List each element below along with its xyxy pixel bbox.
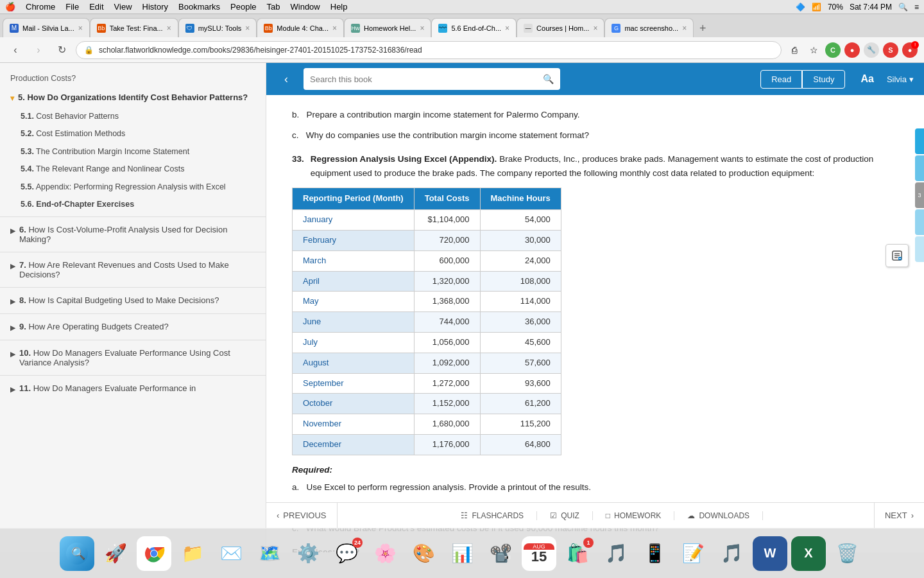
homework-button[interactable]: □ HOMEWORK [593,511,675,520]
back-button[interactable]: ‹ [6,41,24,59]
edit-menu[interactable]: Edit [89,2,103,12]
font-size-button[interactable]: Aa [860,73,873,85]
next-button[interactable]: NEXT › [874,503,924,528]
dock-numbers[interactable]: 📊 [445,536,479,571]
tab-courses[interactable]: — Courses | Hom... × [517,18,604,37]
previous-button[interactable]: ‹ PREVIOUS [266,503,338,528]
tab-favicon-myslu: 🛡 [185,24,194,33]
tab-close-mac-screen[interactable]: × [682,24,687,33]
right-tab-3[interactable]: 3 [915,182,924,208]
translate-icon[interactable]: ⎙ [787,42,802,58]
tab-homework[interactable]: Hw Homework Hel... × [344,18,431,37]
new-tab-button[interactable]: + [694,19,712,37]
apple-menu[interactable]: 🍎 [5,2,15,12]
dock-finder[interactable]: 🔍 [60,536,94,571]
dropbox-icon: 🔷 [796,3,805,12]
help-menu[interactable]: Help [330,2,348,12]
study-button[interactable]: Study [802,70,845,89]
flashcards-button[interactable]: ☷ FLASHCARDS [448,511,537,520]
chapter-5-header[interactable]: ▾ 5. How Do Organizations Identify Cost … [0,87,266,108]
dock-keynote[interactable]: 📽️ [483,536,518,571]
subsection-5-4[interactable]: 5.4. The Relevant Range and Nonlinear Co… [0,161,266,179]
extension-red-dot[interactable]: ●! [902,42,918,58]
tab-close-myslu[interactable]: × [245,24,250,33]
dock-word[interactable]: W [753,536,787,571]
dock-itunes[interactable]: 🎵 [714,536,749,571]
book-back-button[interactable]: ‹ [277,69,296,89]
people-menu[interactable]: People [230,2,256,12]
user-menu-button[interactable]: Silvia ▾ [887,74,914,84]
dock-trash[interactable]: 🗑️ [830,536,864,571]
bookmarks-menu[interactable]: Bookmarks [178,2,220,12]
url-bar[interactable]: 🔒 scholar.flatworldknowledge.com/books/2… [76,41,782,59]
dock-excel[interactable]: X [791,536,826,571]
right-tab-4[interactable] [915,209,924,235]
chrome-menu[interactable]: Chrome [26,2,55,12]
search-icon[interactable]: 🔍 [898,3,908,12]
right-tab-1[interactable] [915,128,924,154]
dock-spotify[interactable]: 🎵 [599,536,633,571]
tab-end-of-ch[interactable]: 〰 5.6 End-of-Ch... × [431,18,517,37]
dock-calendar[interactable]: AUG 15 [522,536,556,571]
forward-button[interactable]: › [30,41,47,59]
dock-system-prefs[interactable]: ⚙️ [291,536,325,571]
dock-smart-app[interactable]: 📱 [637,536,672,571]
chapter-7[interactable]: ▶ 7. How Are Relevant Revenues and Costs… [0,255,266,285]
control-center-icon[interactable]: ≡ [914,3,919,12]
chapter-6[interactable]: ▶ 6. How Is Cost-Volume-Profit Analysis … [0,220,266,249]
table-row: June 744,000 36,000 [293,312,561,333]
chapter-11[interactable]: ▶ 11. How Do Managers Evaluate Performan… [0,378,266,399]
extension-icon-2[interactable]: 🔧 [864,42,879,58]
quiz-button[interactable]: ☑ QUIZ [537,511,593,520]
cell-total-costs: 1,092,000 [414,353,480,373]
tab-close-courses[interactable]: × [593,24,597,33]
window-menu[interactable]: Window [291,2,320,12]
read-button[interactable]: Read [760,70,802,89]
tab-menu[interactable]: Tab [267,2,280,12]
note-icon[interactable] [886,244,909,267]
dock-launchpad[interactable]: 🚀 [98,536,133,571]
downloads-button[interactable]: ☁ DOWNLOADS [674,511,763,520]
tab-myslu[interactable]: 🛡 mySLU: Tools × [178,18,257,37]
profile-icon[interactable]: S [883,42,898,58]
reload-button[interactable]: ↻ [53,41,71,59]
file-menu[interactable]: File [65,2,79,12]
table-row: September 1,272,000 93,600 [293,373,561,394]
dock-app-store[interactable]: 🛍️ 1 [560,536,595,571]
tab-close-mail[interactable]: × [78,24,83,33]
svg-point-11 [151,550,157,557]
dock-finder-folder[interactable]: 📁 [175,536,210,571]
tab-close-take-test[interactable]: × [167,24,171,33]
chapter-8[interactable]: ▶ 8. How Is Capital Budgeting Used to Ma… [0,290,266,311]
dock-maps[interactable]: 🗺️ [252,536,287,571]
dock-mail[interactable]: ✉️ [214,536,248,571]
tab-mail[interactable]: M Mail - Silvia La... × [3,18,90,37]
right-tab-2[interactable] [915,155,924,181]
right-tab-5[interactable] [915,236,924,262]
dock-messages[interactable]: 💬 24 [329,536,364,571]
dock-chrome[interactable] [137,536,171,571]
dock-notes[interactable]: 📝 [676,536,710,571]
extension-icon-green[interactable]: C [825,42,841,58]
tab-close-module4[interactable]: × [332,24,337,33]
tab-module4[interactable]: Bb Module 4: Cha... × [257,18,344,37]
subsection-5-6[interactable]: 5.6. End-of-Chapter Exercises [0,196,266,214]
dock-color-app[interactable]: 🎨 [406,536,441,571]
tab-close-end-of-ch[interactable]: × [505,24,509,33]
view-menu[interactable]: View [114,2,132,12]
dock-photos[interactable]: 🌸 [368,536,402,571]
subsection-5-1[interactable]: 5.1. Cost Behavior Patterns [0,108,266,126]
subsection-5-3[interactable]: 5.3. The Contribution Margin Income Stat… [0,143,266,161]
book-search-box[interactable]: 🔍 [304,68,560,90]
history-menu[interactable]: History [142,2,168,12]
book-search-input[interactable] [310,74,538,84]
extension-icon-red[interactable]: ● [844,42,860,58]
chapter-9[interactable]: ▶ 9. How Are Operating Budgets Created? [0,317,266,337]
tab-mac-screen[interactable]: G mac screensho... × [604,18,694,37]
chapter-10[interactable]: ▶ 10. How Do Managers Evaluate Performan… [0,343,266,372]
subsection-5-2[interactable]: 5.2. Cost Estimation Methods [0,125,266,143]
tab-take-test[interactable]: Bb Take Test: Fina... × [90,18,178,37]
bookmark-icon[interactable]: ☆ [806,42,821,58]
subsection-5-5[interactable]: 5.5. Appendix: Performing Regression Ana… [0,179,266,197]
tab-close-homework[interactable]: × [420,24,424,33]
